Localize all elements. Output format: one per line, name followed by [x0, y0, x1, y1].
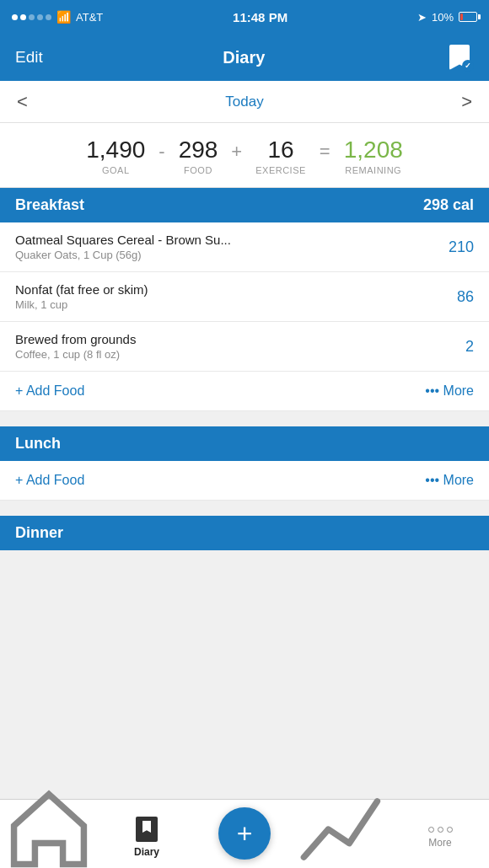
breakfast-add-food-button[interactable]: + Add Food	[15, 383, 84, 399]
breakfast-actions: + Add Food ••• More	[0, 372, 489, 411]
edit-button[interactable]: Edit	[15, 48, 43, 67]
tab-diary-label: Diary	[134, 846, 159, 858]
plus-operator: +	[231, 141, 242, 171]
food-cal-1: 210	[440, 238, 474, 256]
battery-fill	[460, 13, 463, 20]
battery-percent: 10%	[432, 11, 454, 24]
tab-more[interactable]: More	[391, 820, 489, 849]
remaining-block: 1,208 REMAINING	[332, 137, 415, 175]
exercise-label: EXERCISE	[255, 165, 306, 175]
food-label: FOOD	[179, 165, 218, 175]
food-block: 298 FOOD	[167, 137, 230, 175]
plus-icon: +	[237, 820, 253, 847]
lunch-add-food-button[interactable]: + Add Food	[15, 473, 84, 488]
food-info-2: Nonfat (fat free or skim) Milk, 1 cup	[15, 282, 440, 311]
lunch-more-button[interactable]: ••• More	[425, 473, 474, 488]
goal-block: 1,490 GOAL	[74, 137, 157, 175]
food-name-2: Nonfat (fat free or skim)	[15, 282, 440, 297]
home-icon	[0, 780, 98, 868]
section-separator-1	[0, 411, 489, 426]
food-name-1: Oatmeal Squares Cereal - Brown Su...	[15, 233, 440, 247]
goal-label: GOAL	[86, 165, 145, 175]
breakfast-item-2[interactable]: Nonfat (fat free or skim) Milk, 1 cup 86	[0, 272, 489, 322]
food-cal-3: 2	[440, 338, 474, 356]
nav-title: Diary	[223, 48, 265, 67]
nav-bar: Edit Diary ✓	[0, 34, 489, 81]
status-bar: 📶 AT&T 11:48 PM ➤ 10%	[0, 0, 489, 34]
progress-icon	[293, 780, 391, 868]
dot1	[12, 14, 18, 20]
food-value: 298	[179, 137, 218, 163]
breakfast-more-button[interactable]: ••• More	[425, 383, 474, 399]
breakfast-header: Breakfast 298 cal	[0, 188, 489, 222]
add-button[interactable]: +	[218, 807, 271, 860]
dot5	[46, 14, 51, 20]
minus-operator: -	[159, 141, 164, 171]
tab-diary[interactable]: Diary	[98, 810, 196, 858]
more-dot-3	[447, 827, 453, 833]
dinner-title: Dinner	[15, 524, 63, 542]
date-nav: < Today >	[0, 81, 489, 123]
tab-bar: Home Diary + Progress More	[0, 799, 489, 868]
current-date[interactable]: Today	[225, 94, 263, 110]
exercise-block: 16 EXERCISE	[244, 137, 318, 175]
tab-more-label: More	[428, 837, 451, 849]
food-info-3: Brewed from grounds Coffee, 1 cup (8 fl …	[15, 332, 440, 361]
tab-progress[interactable]: Progress	[293, 774, 391, 868]
lunch-actions: + Add Food ••• More	[0, 461, 489, 501]
breakfast-calories: 298 cal	[423, 196, 474, 214]
status-time: 11:48 PM	[233, 10, 287, 24]
save-diary-button[interactable]: ✓	[445, 43, 474, 72]
calorie-summary: 1,490 GOAL - 298 FOOD + 16 EXERCISE = 1,…	[0, 123, 489, 188]
food-cal-2: 86	[440, 288, 474, 306]
more-dot-2	[438, 827, 443, 833]
lunch-header: Lunch	[0, 426, 489, 461]
more-icon	[428, 827, 453, 833]
status-left: 📶 AT&T	[12, 10, 103, 24]
battery-icon	[459, 12, 477, 22]
check-badge: ✓	[462, 60, 474, 72]
exercise-value: 16	[255, 137, 306, 163]
food-name-3: Brewed from grounds	[15, 332, 440, 346]
remaining-value: 1,208	[344, 137, 403, 163]
goal-value: 1,490	[86, 137, 145, 163]
food-detail-1: Quaker Oats, 1 Cup (56g)	[15, 249, 440, 261]
dinner-header: Dinner	[0, 516, 489, 550]
status-right: ➤ 10%	[417, 11, 477, 24]
breakfast-item-3[interactable]: Brewed from grounds Coffee, 1 cup (8 fl …	[0, 322, 489, 372]
dot4	[37, 14, 43, 20]
more-dot-1	[428, 827, 434, 833]
tab-add[interactable]: +	[196, 801, 293, 868]
equals-operator: =	[320, 141, 330, 171]
diary-bookmark-icon	[142, 821, 151, 833]
wifi-icon: 📶	[56, 10, 71, 24]
breakfast-item-1[interactable]: Oatmeal Squares Cereal - Brown Su... Qua…	[0, 222, 489, 272]
section-separator-2	[0, 501, 489, 516]
food-detail-2: Milk, 1 cup	[15, 298, 440, 311]
food-info-1: Oatmeal Squares Cereal - Brown Su... Qua…	[15, 233, 440, 261]
food-detail-3: Coffee, 1 cup (8 fl oz)	[15, 348, 440, 361]
dot2	[20, 14, 26, 20]
breakfast-title: Breakfast	[15, 196, 84, 214]
diary-icon	[136, 817, 158, 842]
carrier-label: AT&T	[76, 11, 103, 24]
lunch-title: Lunch	[15, 435, 61, 453]
location-icon: ➤	[417, 11, 427, 24]
remaining-label: REMAINING	[344, 165, 403, 175]
signal-strength	[12, 14, 51, 20]
prev-date-button[interactable]: <	[17, 91, 28, 113]
dot3	[29, 14, 35, 20]
next-date-button[interactable]: >	[461, 91, 472, 113]
tab-home[interactable]: Home	[0, 774, 98, 868]
